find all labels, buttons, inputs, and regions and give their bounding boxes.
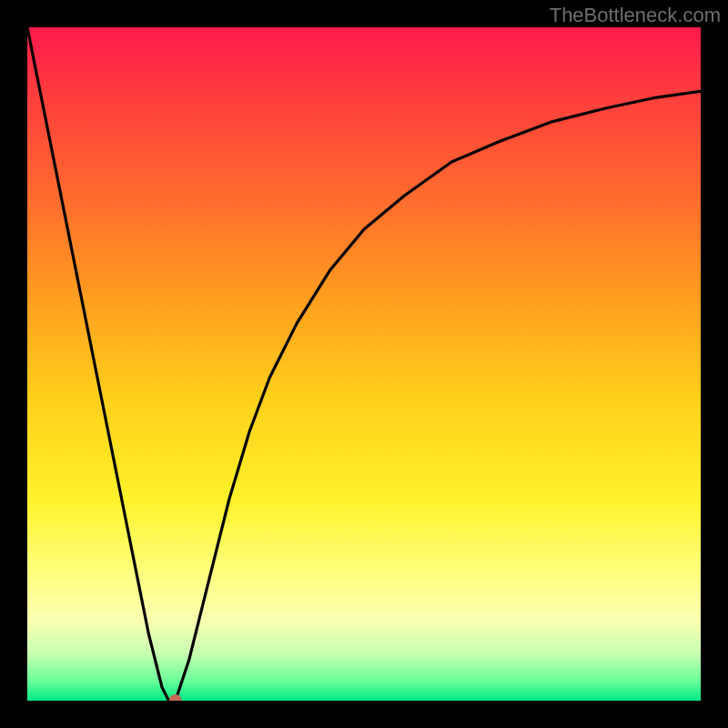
- plot-area: [27, 27, 701, 701]
- curve-svg: [27, 27, 701, 701]
- optimal-point-marker: [169, 694, 182, 701]
- watermark-text: TheBottleneck.com: [550, 4, 721, 27]
- bottleneck-curve: [27, 27, 701, 701]
- chart-frame: TheBottleneck.com: [0, 0, 728, 728]
